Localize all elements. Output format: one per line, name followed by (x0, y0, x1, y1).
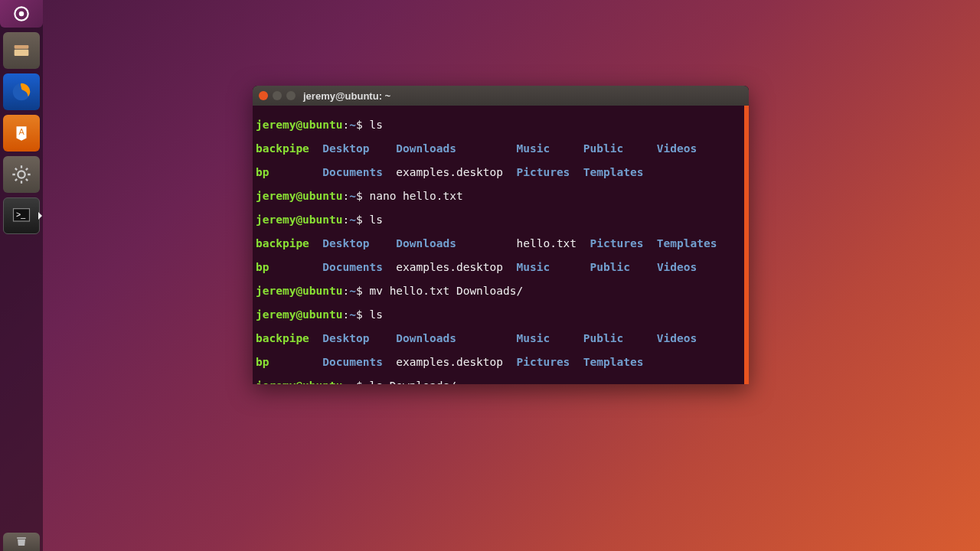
file-entry: Public (583, 332, 623, 344)
file-entry: Desktop (322, 237, 369, 249)
file-entry: Public (583, 142, 623, 155)
window-controls (259, 91, 296, 100)
terminal-body[interactable]: jeremy@ubuntu:~$ ls backpipe Desktop Dow… (253, 106, 749, 384)
file-entry: Downloads (396, 142, 456, 155)
file-entry: backpipe (256, 142, 309, 155)
scrollbar[interactable] (744, 106, 749, 384)
files-icon[interactable] (3, 32, 40, 69)
launcher-sidebar: A >_ (0, 0, 43, 551)
titlebar[interactable]: jeremy@ubuntu: ~ (253, 86, 749, 106)
file-entry: Documents (322, 261, 383, 273)
file-entry: examples.desktop (396, 166, 503, 178)
file-entry: Templates (657, 237, 717, 249)
file-entry: Videos (657, 261, 697, 273)
firefox-icon[interactable] (3, 73, 40, 110)
file-entry: Pictures (590, 237, 644, 249)
file-entry: Documents (322, 166, 383, 178)
svg-text:A: A (18, 127, 24, 136)
command-text: nano hello.txt (369, 190, 462, 202)
file-entry: Templates (583, 166, 644, 178)
command-text: ls (369, 308, 382, 321)
settings-icon[interactable] (3, 156, 40, 193)
svg-rect-3 (15, 50, 29, 56)
file-entry: Music (517, 332, 550, 344)
prompt-user: jeremy@ubuntu (256, 119, 343, 131)
file-entry: bp (256, 166, 269, 178)
svg-point-1 (19, 11, 24, 17)
file-entry: Downloads (396, 237, 456, 249)
trash-icon[interactable] (3, 533, 40, 551)
window-title: jeremy@ubuntu: ~ (303, 90, 390, 102)
command-text: ls (369, 214, 382, 226)
file-entry: Public (590, 261, 630, 273)
file-entry: Desktop (322, 142, 369, 155)
svg-text:>_: >_ (16, 210, 25, 219)
file-entry: Downloads (396, 332, 456, 344)
file-entry: examples.desktop (396, 261, 503, 273)
svg-point-6 (18, 171, 24, 178)
file-entry: Music (517, 261, 550, 273)
file-entry: bp (256, 356, 269, 368)
file-entry: Pictures (517, 166, 570, 178)
close-button[interactable] (259, 91, 268, 100)
maximize-button[interactable] (286, 91, 296, 100)
dash-icon[interactable] (0, 0, 43, 28)
svg-rect-9 (17, 537, 26, 539)
svg-rect-2 (15, 45, 29, 49)
file-entry: Pictures (517, 356, 570, 368)
software-center-icon[interactable]: A (3, 115, 40, 152)
terminal-window: jeremy@ubuntu: ~ jeremy@ubuntu:~$ ls bac… (253, 86, 749, 384)
file-entry: Templates (583, 356, 644, 368)
file-entry: bp (256, 261, 269, 273)
minimize-button[interactable] (273, 91, 282, 100)
file-entry: Music (517, 142, 550, 155)
file-entry: Videos (657, 332, 697, 344)
file-entry: examples.desktop (396, 356, 503, 368)
file-entry: backpipe (256, 332, 309, 344)
terminal-icon[interactable]: >_ (3, 197, 40, 234)
command-text: mv hello.txt Downloads/ (369, 285, 523, 297)
command-text: ls Downloads/ (369, 380, 456, 385)
command-text: ls (369, 119, 382, 131)
file-entry: Desktop (322, 332, 369, 344)
file-entry: Documents (322, 356, 383, 368)
file-entry: hello.txt (517, 237, 577, 249)
file-entry: backpipe (256, 237, 309, 249)
file-entry: Videos (657, 142, 697, 155)
